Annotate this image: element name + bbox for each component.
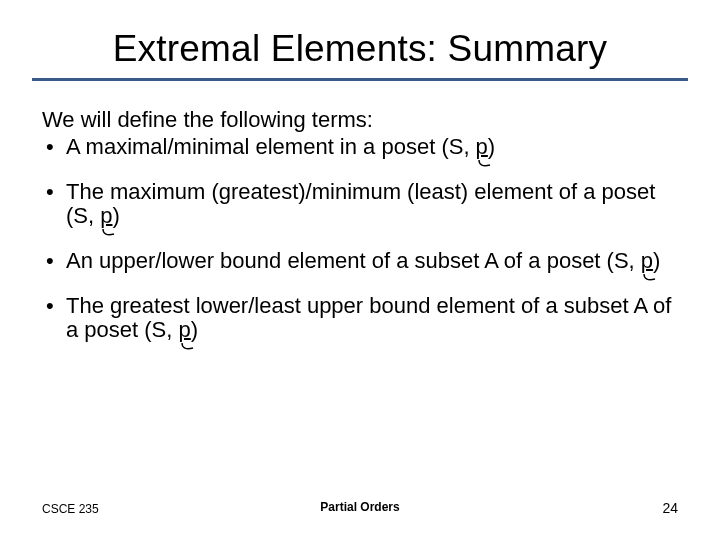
preceq-symbol: p (179, 318, 191, 343)
intro-text: We will define the following terms: (42, 107, 678, 133)
preceq-symbol: p (476, 135, 488, 160)
list-item: The greatest lower/least upper bound ele… (42, 294, 678, 343)
bullet-text-pre: An upper/lower bound element of a subset… (66, 248, 641, 273)
footer-page-number: 24 (662, 500, 678, 516)
bullet-text-post: ) (653, 248, 660, 273)
bullet-text-post: ) (488, 134, 495, 159)
bullet-text-post: ) (112, 203, 119, 228)
slide: Extremal Elements: Summary We will defin… (0, 0, 720, 540)
footer-topic: Partial Orders (320, 500, 399, 514)
preceq-p: p (476, 134, 488, 159)
preceq-p: p (100, 203, 112, 228)
list-item: An upper/lower bound element of a subset… (42, 249, 678, 274)
bullet-text-post: ) (191, 317, 198, 342)
list-item: A maximal/minimal element in a poset (S,… (42, 135, 678, 160)
preceq-symbol: p (641, 249, 653, 274)
preceq-symbol: p (100, 204, 112, 229)
preceq-hook-icon (643, 273, 656, 283)
list-item: The maximum (greatest)/minimum (least) e… (42, 180, 678, 229)
slide-title: Extremal Elements: Summary (42, 28, 678, 78)
bullet-text-pre: The greatest lower/least upper bound ele… (66, 293, 671, 343)
preceq-hook-icon (181, 342, 194, 352)
bullet-text-pre: The maximum (greatest)/minimum (least) e… (66, 179, 655, 229)
preceq-p: p (641, 248, 653, 273)
footer: CSCE 235 Partial Orders 24 (42, 500, 678, 516)
bullet-list: A maximal/minimal element in a poset (S,… (42, 135, 678, 343)
preceq-hook-icon (478, 159, 491, 169)
footer-course: CSCE 235 (42, 502, 99, 516)
title-underline (32, 78, 688, 81)
preceq-p: p (179, 317, 191, 342)
bullet-text-pre: A maximal/minimal element in a poset (S, (66, 134, 476, 159)
preceq-hook-icon (102, 228, 115, 238)
